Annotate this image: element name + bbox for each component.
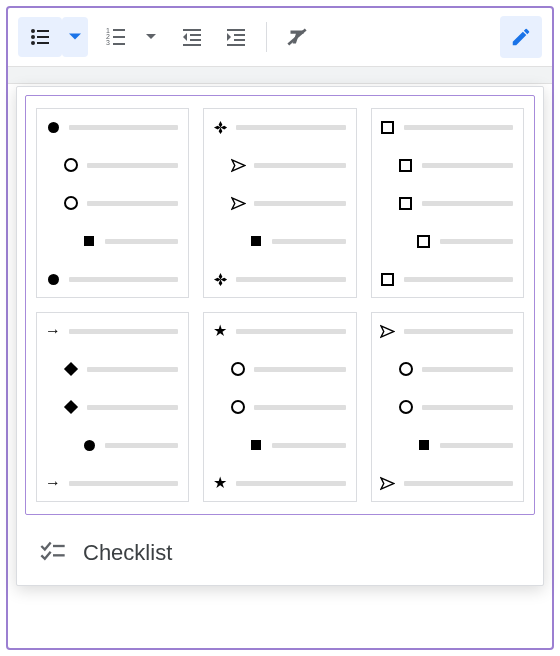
numbered-list-button[interactable]: 123 — [94, 17, 138, 57]
bullet-circle-icon — [230, 399, 246, 415]
chevron-down-icon — [146, 32, 156, 42]
svg-rect-16 — [227, 29, 245, 31]
bullet-square-icon — [248, 233, 264, 249]
decrease-indent-button[interactable] — [170, 17, 214, 57]
bullet-arrow-icon — [45, 323, 61, 339]
svg-rect-5 — [37, 42, 49, 44]
bullet-send-icon — [230, 157, 246, 173]
svg-rect-12 — [183, 29, 201, 31]
bullet-circle-icon — [398, 361, 414, 377]
bullet-open-square-icon — [380, 119, 396, 135]
bulleted-list-dropdown[interactable] — [62, 17, 88, 57]
preset-option-1[interactable] — [36, 108, 189, 298]
bullet-open-square-icon — [416, 233, 432, 249]
bullet-circle-icon — [63, 157, 79, 173]
svg-rect-22 — [53, 554, 65, 556]
preset-option-2[interactable] — [203, 108, 356, 298]
checklist-label: Checklist — [83, 540, 172, 566]
svg-rect-17 — [234, 34, 245, 36]
svg-rect-19 — [227, 44, 245, 46]
preset-option-3[interactable] — [371, 108, 524, 298]
svg-rect-11 — [113, 43, 125, 45]
preset-option-4[interactable] — [36, 312, 189, 502]
bullet-send-icon — [380, 475, 396, 491]
chevron-down-icon — [69, 31, 81, 43]
svg-rect-13 — [190, 34, 201, 36]
bullet-send-icon — [230, 195, 246, 211]
bullet-fourdiamond-icon — [212, 119, 228, 135]
numbered-list-dropdown[interactable] — [138, 17, 164, 57]
svg-point-1 — [31, 35, 35, 39]
bullet-disc-icon — [45, 271, 61, 287]
editing-mode-button[interactable] — [500, 16, 542, 58]
toolbar: 123 — [8, 8, 552, 66]
increase-indent-button[interactable] — [214, 17, 258, 57]
bullet-presets-popover: Checklist — [16, 86, 544, 586]
clear-formatting-button[interactable] — [275, 17, 319, 57]
bullet-star-icon — [212, 475, 228, 491]
pencil-icon — [510, 26, 532, 48]
svg-point-0 — [31, 29, 35, 33]
bullet-circle-icon — [63, 195, 79, 211]
presets-highlight-panel — [25, 95, 535, 515]
svg-rect-14 — [190, 39, 201, 41]
bullet-open-square-icon — [398, 157, 414, 173]
bullet-send-icon — [380, 323, 396, 339]
checklist-icon — [39, 539, 67, 567]
toolbar-divider — [266, 22, 267, 52]
preset-option-5[interactable] — [203, 312, 356, 502]
svg-rect-3 — [37, 30, 49, 32]
bullet-open-square-icon — [398, 195, 414, 211]
bullet-arrow-icon — [45, 475, 61, 491]
bulleted-list-button[interactable] — [18, 17, 62, 57]
bullet-square-icon — [81, 233, 97, 249]
bullet-star-icon — [212, 323, 228, 339]
preset-option-6[interactable] — [371, 312, 524, 502]
svg-point-2 — [31, 41, 35, 45]
bullet-open-square-icon — [380, 271, 396, 287]
svg-rect-15 — [183, 44, 201, 46]
svg-rect-18 — [234, 39, 245, 41]
bullet-diamond-icon — [63, 361, 79, 377]
svg-rect-10 — [113, 36, 125, 38]
checklist-option[interactable]: Checklist — [17, 523, 543, 575]
bullet-square-icon — [248, 437, 264, 453]
document-ruler-stripe — [8, 66, 552, 84]
svg-rect-21 — [53, 545, 65, 547]
bullet-square-icon — [416, 437, 432, 453]
bullet-circle-icon — [230, 361, 246, 377]
bullet-fourdiamond-icon — [212, 271, 228, 287]
svg-rect-9 — [113, 29, 125, 31]
bullet-disc-icon — [81, 437, 97, 453]
bullet-diamond-icon — [63, 399, 79, 415]
svg-rect-4 — [37, 36, 49, 38]
bullet-disc-icon — [45, 119, 61, 135]
bullet-circle-icon — [398, 399, 414, 415]
preset-grid — [36, 108, 524, 502]
svg-text:3: 3 — [106, 39, 110, 46]
